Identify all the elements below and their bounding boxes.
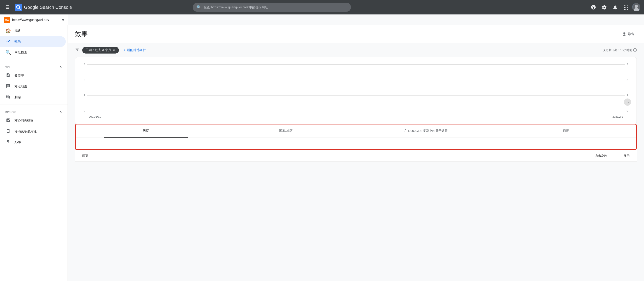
- enhancements-chevron-icon[interactable]: ∧: [59, 109, 62, 114]
- export-button[interactable]: 导出: [619, 30, 637, 38]
- filter-icon[interactable]: [75, 48, 80, 53]
- removals-icon: [6, 95, 11, 100]
- search-icon: 🔍: [196, 5, 201, 10]
- tab-country-label: 国家/地区: [279, 129, 292, 133]
- property-dropdown-icon[interactable]: ▾: [62, 17, 64, 22]
- grid-label-0-left: 0: [81, 109, 85, 112]
- tab-google-display[interactable]: 在 GOOGLE 探索中的显示效果: [356, 124, 496, 138]
- sidebar-item-amp[interactable]: AMP: [0, 137, 66, 148]
- date-chip-edit-icon[interactable]: ✏: [113, 48, 116, 52]
- page-title: 效果: [75, 30, 88, 38]
- tab-country[interactable]: 国家/地区: [216, 124, 356, 138]
- sidebar-item-overview-label: 概述: [14, 29, 21, 33]
- tab-google-display-label: 在 GOOGLE 探索中的显示效果: [404, 129, 448, 133]
- enhancements-section-header: 增强功能 ∧: [0, 106, 68, 115]
- chart-dates: 2021/1/31 2021/2/1: [81, 114, 631, 118]
- chart-grid: 3 3 2 2 1 1: [81, 63, 631, 112]
- home-icon: 🏠: [6, 28, 11, 34]
- update-info-text: 上次更新日期：13小时前: [600, 48, 632, 52]
- tab-date[interactable]: 日期: [496, 124, 636, 138]
- grid-horizontal-line-1: [87, 95, 625, 96]
- chart-next-button[interactable]: →: [624, 98, 631, 106]
- grid-label-0-right: 0: [626, 109, 631, 112]
- sidebar-item-sitemaps[interactable]: 站点地图: [0, 81, 66, 92]
- sidebar-item-mobile-usability[interactable]: 移动设备易用性: [0, 126, 66, 137]
- user-avatar[interactable]: [632, 3, 640, 11]
- help-icon[interactable]: [589, 3, 598, 12]
- notifications-icon[interactable]: [610, 3, 620, 12]
- tab-webpage[interactable]: 网页: [76, 124, 216, 138]
- grid-label-1-right: 1: [626, 94, 631, 97]
- content-area: 日期：过去 3 个月 ✏ + 新的筛选条件 上次更新日期：13小时前 ⓘ: [68, 43, 644, 165]
- page-header: 效果 导出: [68, 25, 644, 43]
- apps-icon[interactable]: [622, 3, 630, 12]
- chart-area: 3 3 2 2 1 1: [81, 63, 631, 112]
- add-filter-label: 新的筛选条件: [127, 48, 146, 52]
- core-web-vitals-icon: [6, 118, 11, 124]
- search-input[interactable]: [204, 6, 347, 9]
- chart-date-start: 2021/1/31: [89, 115, 101, 118]
- sidebar-item-coverage-label: 覆盖率: [14, 74, 24, 78]
- main-layout: wG https://www.guangwei.pro/ ▾ 🏠 概述 效果 🔍…: [0, 14, 644, 281]
- sidebar-item-performance[interactable]: 效果: [0, 36, 66, 47]
- sidebar-item-overview[interactable]: 🏠 概述: [0, 25, 66, 36]
- sidebar-item-performance-label: 效果: [14, 40, 21, 44]
- index-chevron-icon[interactable]: ∧: [59, 64, 62, 69]
- nav-actions: [589, 3, 640, 12]
- top-navigation: ☰ Google Search Console 🔍: [0, 0, 644, 14]
- grid-label-1-left: 1: [81, 94, 85, 97]
- date-chip-label: 日期：过去 3 个月: [86, 48, 111, 52]
- svg-point-4: [635, 5, 638, 8]
- property-url: https://www.guangwei.pro/: [12, 18, 62, 22]
- grid-line-3: 3 3: [81, 63, 631, 66]
- property-icon: wG: [4, 17, 10, 23]
- sidebar-item-coverage[interactable]: 覆盖率: [0, 70, 66, 81]
- grid-label-3-left: 3: [81, 63, 85, 66]
- sidebar-item-removals[interactable]: 删除: [0, 92, 66, 103]
- info-icon[interactable]: ⓘ: [633, 48, 637, 53]
- hamburger-menu[interactable]: ☰: [4, 3, 11, 12]
- filter-rows-icon[interactable]: [626, 140, 631, 146]
- sidebar-item-sitemaps-label: 站点地图: [14, 84, 27, 88]
- chart-container: 3 3 2 2 1 1: [75, 57, 637, 124]
- account-settings-icon[interactable]: [600, 3, 609, 12]
- grid-label-2-right: 2: [626, 78, 631, 82]
- index-section-title: 索引: [6, 65, 10, 69]
- coverage-icon: [6, 73, 11, 78]
- sidebar-item-core-web-vitals[interactable]: 核心网页指标: [0, 115, 66, 126]
- enhancements-section-title: 增强功能: [6, 110, 16, 114]
- tab-section: 网页 国家/地区 在 GOOGLE 探索中的显示效果 日期: [75, 124, 637, 150]
- filter-bar: 日期：过去 3 个月 ✏ + 新的筛选条件 上次更新日期：13小时前 ⓘ: [75, 47, 637, 54]
- sidebar: wG https://www.guangwei.pro/ ▾ 🏠 概述 效果 🔍…: [0, 14, 68, 281]
- export-label: 导出: [628, 32, 634, 36]
- tab-webpage-label: 网页: [142, 129, 149, 133]
- sidebar-item-url-label: 网址检查: [14, 50, 27, 54]
- grid-line-0: 0 0: [81, 109, 631, 112]
- grid-label-2-left: 2: [81, 78, 85, 82]
- tab-bar: 网页 国家/地区 在 GOOGLE 探索中的显示效果 日期: [76, 124, 636, 138]
- app-logo: Google Search Console: [15, 4, 72, 11]
- grid-horizontal-line-0: [87, 111, 625, 111]
- sidebar-item-url-inspection[interactable]: 🔍 网址检查: [0, 47, 66, 58]
- property-bar[interactable]: wG https://www.guangwei.pro/ ▾: [0, 14, 68, 25]
- grid-line-2: 2 2: [81, 78, 631, 82]
- add-filter-button[interactable]: + 新的筛选条件: [122, 47, 148, 54]
- grid-horizontal-line-2: [87, 80, 625, 80]
- search-bar[interactable]: 🔍: [193, 3, 351, 12]
- url-inspection-icon: 🔍: [6, 50, 11, 55]
- add-filter-plus-icon: +: [124, 48, 126, 52]
- sidebar-item-removals-label: 删除: [14, 95, 21, 100]
- amp-icon: [6, 140, 11, 145]
- tab-actions: [76, 138, 636, 149]
- sitemaps-icon: [6, 84, 11, 90]
- app-name: Google Search Console: [24, 5, 72, 10]
- search-console-logo-icon: [15, 4, 22, 11]
- chart-date-end: 2021/2/1: [612, 115, 623, 118]
- date-filter-chip[interactable]: 日期：过去 3 个月 ✏: [82, 47, 119, 54]
- sidebar-item-cwv-label: 核心网页指标: [14, 118, 34, 123]
- table-col-impressions: 展示: [607, 154, 630, 158]
- sidebar-item-amp-label: AMP: [14, 140, 21, 144]
- performance-icon: [6, 39, 11, 44]
- mobile-usability-icon: [6, 129, 11, 134]
- main-content: 效果 导出 日期：过去 3 个月 ✏ + 新的筛选条件: [68, 14, 644, 281]
